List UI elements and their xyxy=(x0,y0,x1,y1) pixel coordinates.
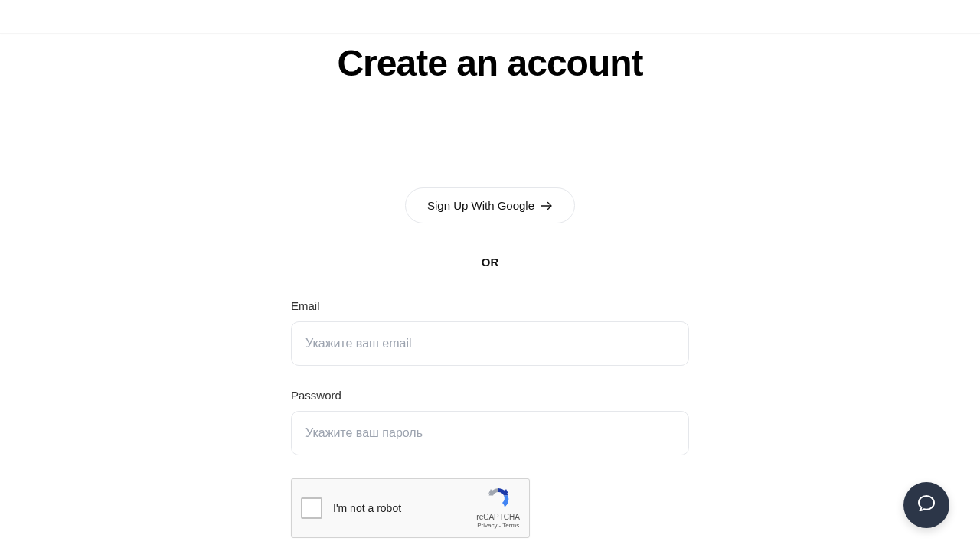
recaptcha-brand-text: reCAPTCHA xyxy=(476,512,520,522)
email-field-group: Email xyxy=(291,299,689,366)
chat-icon xyxy=(916,494,936,517)
recaptcha-widget: I'm not a robot reCAPTCHA Privacy - Term… xyxy=(291,478,530,538)
recaptcha-branding: reCAPTCHA Privacy - Terms xyxy=(476,486,520,530)
password-input[interactable] xyxy=(291,411,689,455)
password-label: Password xyxy=(291,389,689,402)
chat-support-button[interactable] xyxy=(903,482,949,528)
recaptcha-logo-icon xyxy=(486,486,511,510)
signup-container: Create an account Sign Up With Google OR… xyxy=(0,0,980,538)
signup-form: Email Password I'm not a robot xyxy=(291,299,689,538)
email-input[interactable] xyxy=(291,321,689,366)
recaptcha-checkbox[interactable] xyxy=(301,497,322,519)
signup-with-google-button[interactable]: Sign Up With Google xyxy=(405,187,575,223)
header-divider xyxy=(0,33,980,34)
recaptcha-privacy-link[interactable]: Privacy xyxy=(477,522,497,529)
arrow-right-icon xyxy=(541,201,553,210)
email-label: Email xyxy=(291,299,689,312)
page-title: Create an account xyxy=(337,42,642,84)
recaptcha-terms-link[interactable]: Terms xyxy=(502,522,519,529)
google-button-label: Sign Up With Google xyxy=(427,199,534,212)
or-divider: OR xyxy=(482,256,499,269)
recaptcha-label: I'm not a robot xyxy=(333,502,476,514)
password-field-group: Password xyxy=(291,389,689,455)
recaptcha-links: Privacy - Terms xyxy=(477,522,519,530)
svg-marker-1 xyxy=(504,503,508,507)
